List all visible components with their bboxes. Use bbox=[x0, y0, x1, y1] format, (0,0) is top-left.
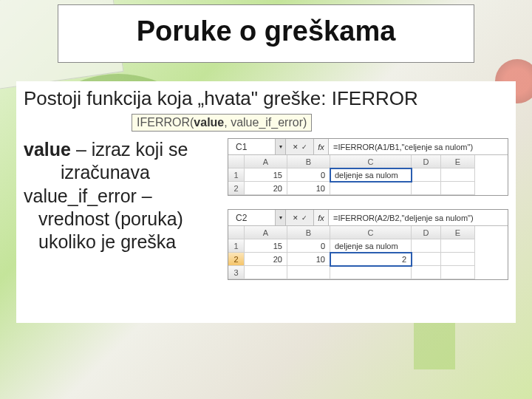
cell[interactable]: 10 bbox=[287, 182, 330, 195]
sheet-grid-1[interactable]: A B C D E 1 15 0 deljenje sa nulom 2 20 … bbox=[228, 155, 508, 195]
cell[interactable] bbox=[412, 182, 441, 195]
col-header[interactable]: D bbox=[412, 155, 441, 168]
fx-icon[interactable]: fx bbox=[314, 210, 329, 225]
cell-selected[interactable]: 2 bbox=[330, 253, 412, 266]
col-header[interactable]: B bbox=[287, 155, 330, 168]
formula-buttons-1: ✕ ✓ bbox=[286, 139, 314, 154]
parameter-descriptions: value – izraz koji se izračunava value_i… bbox=[24, 138, 223, 293]
formula-input-2[interactable]: =IFERROR(A2/B2,"deljenje sa nulom") bbox=[329, 210, 508, 225]
cell[interactable] bbox=[441, 253, 475, 266]
cell[interactable]: deljenje sa nulom bbox=[330, 239, 412, 253]
excel-screenshot-2: C2 ▾ ✕ ✓ fx =IFERROR(A2/B2,"deljenje sa … bbox=[228, 209, 508, 280]
slide-content: Postoji funkcija koja „hvata" greške: IF… bbox=[16, 81, 516, 323]
cell[interactable]: 0 bbox=[287, 168, 330, 182]
accept-icon[interactable]: ✓ bbox=[301, 143, 307, 151]
intro-text: Postoji funkcija koja „hvata" greške: IF… bbox=[24, 87, 508, 110]
sheet-grid-2[interactable]: A B C D E 1 15 0 deljenje sa nulom 2 20 … bbox=[228, 226, 508, 279]
slide-title: Poruke o greškama bbox=[58, 16, 474, 47]
middle-row: value – izraz koji se izračunava value_i… bbox=[24, 138, 508, 293]
row-header[interactable]: 1 bbox=[228, 239, 245, 253]
formula-input-1[interactable]: =IFERROR(A1/B1,"celjenje sa nulom") bbox=[329, 139, 508, 154]
row-header[interactable]: 2 bbox=[228, 182, 245, 195]
syntax-tooltip: IFERROR(value, value_if_error) bbox=[132, 114, 312, 132]
select-all-corner[interactable] bbox=[228, 155, 245, 168]
cell[interactable] bbox=[412, 253, 441, 266]
cell[interactable] bbox=[441, 239, 475, 253]
select-all-corner[interactable] bbox=[228, 226, 245, 239]
cell[interactable]: 10 bbox=[287, 253, 330, 266]
cell[interactable] bbox=[245, 266, 287, 279]
col-header[interactable]: A bbox=[245, 155, 287, 168]
name-box-1[interactable]: C1 bbox=[228, 139, 276, 154]
row-header[interactable]: 1 bbox=[228, 168, 245, 182]
col-header[interactable]: A bbox=[245, 226, 287, 239]
cell[interactable] bbox=[441, 168, 475, 182]
cell[interactable]: 15 bbox=[245, 239, 287, 253]
value-rest: – izraz koji se bbox=[71, 139, 188, 160]
cell[interactable] bbox=[412, 168, 441, 182]
cancel-icon[interactable]: ✕ bbox=[293, 143, 299, 151]
cell[interactable] bbox=[412, 239, 441, 253]
name-box-2[interactable]: C2 bbox=[228, 210, 276, 225]
value-desc-line1: value – izraz koji se bbox=[24, 138, 223, 161]
cell-selected[interactable]: deljenje sa nulom bbox=[330, 168, 412, 182]
value-desc-line2: izračunava bbox=[24, 161, 223, 184]
namebox-dropdown-icon[interactable]: ▾ bbox=[276, 210, 286, 225]
cell[interactable]: 20 bbox=[245, 182, 287, 195]
vie-desc-line2: vrednost (poruka) bbox=[24, 208, 223, 231]
cancel-icon[interactable]: ✕ bbox=[293, 214, 299, 222]
excel-screenshots: C1 ▾ ✕ ✓ fx =IFERROR(A1/B1,"celjenje sa … bbox=[223, 138, 508, 293]
row-header[interactable]: 3 bbox=[228, 266, 245, 279]
excel-screenshot-1: C1 ▾ ✕ ✓ fx =IFERROR(A1/B1,"celjenje sa … bbox=[228, 138, 508, 196]
cell[interactable] bbox=[330, 182, 412, 195]
col-header[interactable]: C bbox=[330, 226, 412, 239]
slide-title-box: Poruke o greškama bbox=[58, 4, 474, 63]
cell[interactable] bbox=[287, 266, 330, 279]
cell[interactable]: 0 bbox=[287, 239, 330, 253]
syntax-arg1: value bbox=[194, 116, 224, 129]
accept-icon[interactable]: ✓ bbox=[301, 214, 307, 222]
formula-bar-2: C2 ▾ ✕ ✓ fx =IFERROR(A2/B2,"deljenje sa … bbox=[228, 210, 508, 226]
formula-bar-1: C1 ▾ ✕ ✓ fx =IFERROR(A1/B1,"celjenje sa … bbox=[228, 139, 508, 155]
cell[interactable]: 20 bbox=[245, 253, 287, 266]
col-header[interactable]: E bbox=[441, 226, 475, 239]
cell[interactable]: 15 bbox=[245, 168, 287, 182]
col-header[interactable]: E bbox=[441, 155, 475, 168]
cell[interactable] bbox=[412, 266, 441, 279]
col-header[interactable]: B bbox=[287, 226, 330, 239]
value-label: value bbox=[24, 139, 71, 160]
syntax-prefix: IFERROR( bbox=[137, 116, 194, 129]
cell[interactable] bbox=[330, 266, 412, 279]
cell[interactable] bbox=[441, 182, 475, 195]
cell[interactable] bbox=[441, 266, 475, 279]
vie-desc-line3: ukoliko je greška bbox=[24, 231, 223, 253]
vie-desc-line1: value_if_error – bbox=[24, 185, 223, 208]
formula-buttons-2: ✕ ✓ bbox=[286, 210, 314, 225]
col-header[interactable]: C bbox=[330, 155, 412, 168]
namebox-dropdown-icon[interactable]: ▾ bbox=[276, 139, 286, 154]
row-header-selected[interactable]: 2 bbox=[228, 253, 245, 266]
col-header[interactable]: D bbox=[412, 226, 441, 239]
syntax-rest: , value_if_error) bbox=[224, 116, 307, 129]
fx-icon[interactable]: fx bbox=[314, 139, 329, 154]
